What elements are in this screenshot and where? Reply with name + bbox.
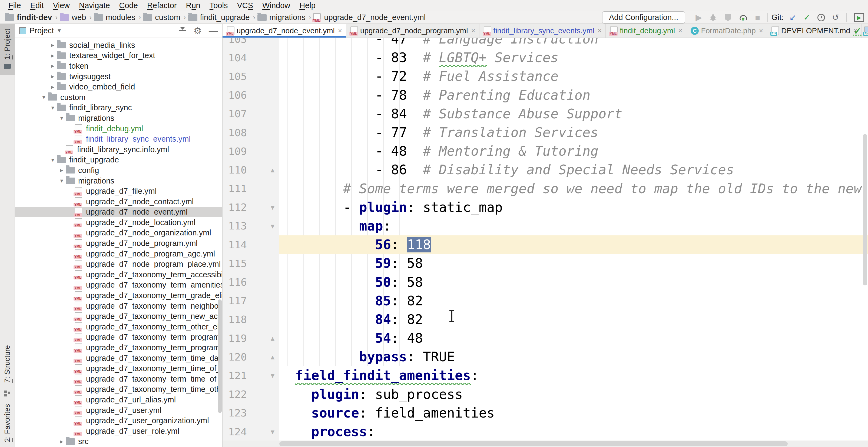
hide-panel-icon[interactable]: — xyxy=(209,26,218,35)
tree-row[interactable]: findit_library_sync_events.yml xyxy=(15,134,222,144)
tree-row[interactable]: upgrade_d7_node_location.yml xyxy=(15,217,222,228)
tab-close-icon[interactable]: × xyxy=(759,27,763,35)
code-line[interactable]: 115 59: 58 xyxy=(222,254,868,273)
tree-row[interactable]: ▾custom xyxy=(15,92,222,103)
code-line[interactable]: 118 84: 82 xyxy=(222,310,868,329)
menu-item-code[interactable]: Code xyxy=(115,1,143,10)
tab-close-icon[interactable]: × xyxy=(598,27,602,35)
code-line[interactable]: 105 - 72 # Fuel Assistance xyxy=(222,67,868,86)
tree-row[interactable]: upgrade_d7_taxonomy_term_amenities.yml xyxy=(15,280,222,290)
code-line[interactable]: 122 plugin: sub_process xyxy=(222,385,868,404)
tree-row[interactable]: ▸twigsuggest xyxy=(15,71,222,82)
tree-row[interactable]: upgrade_d7_taxonomy_term_time_of_day.y xyxy=(15,363,222,374)
breadcrumb-item[interactable]: web xyxy=(60,13,87,22)
stop-icon[interactable]: ■ xyxy=(755,13,760,22)
tree-row[interactable]: upgrade_d7_node_organization.yml xyxy=(15,228,222,238)
hidden-tabs-indicator[interactable]: :▾☰2 xyxy=(862,24,868,38)
menu-item-file[interactable]: File xyxy=(4,1,26,10)
toolwindow-tab-structure[interactable]: 7: Structure xyxy=(0,340,14,388)
menu-item-view[interactable]: View xyxy=(49,1,74,10)
git-history-icon[interactable] xyxy=(817,14,825,21)
menu-item-navigate[interactable]: Navigate xyxy=(74,1,114,10)
code-line[interactable]: 119▴ 54: 48 xyxy=(222,329,868,348)
tree-row[interactable]: upgrade_d7_node_event.yml xyxy=(15,207,222,218)
code-line[interactable]: 112▾ - plugin: static_map xyxy=(222,198,868,217)
editor-vscrollbar[interactable] xyxy=(863,134,867,285)
git-commit-icon[interactable]: ✓ xyxy=(803,13,810,22)
tree-scrollbar[interactable] xyxy=(218,299,222,413)
tree-row[interactable]: upgrade_d7_taxonomy_term_time_day_of_ xyxy=(15,353,222,363)
chevron-collapsed-icon[interactable]: ▸ xyxy=(49,73,57,80)
tree-row[interactable]: ▸textarea_widget_for_text xyxy=(15,51,222,61)
tree-row[interactable]: findit_library_sync.info.yml xyxy=(15,144,222,155)
tab[interactable]: DEVELOPMENT.md× xyxy=(767,24,862,38)
fold-icon[interactable]: ▾ xyxy=(271,222,275,230)
tree-row[interactable]: ▾findit_upgrade xyxy=(15,155,222,165)
tab-close-icon[interactable]: × xyxy=(338,27,342,35)
tree-row[interactable]: findit_debug.yml xyxy=(15,124,222,134)
code-line[interactable]: 106 - 78 # Parenting Education xyxy=(222,86,868,104)
breadcrumb-item[interactable]: findit-dev xyxy=(5,13,53,22)
fold-icon[interactable]: ▴ xyxy=(271,352,275,361)
fold-icon[interactable]: ▴ xyxy=(271,334,275,343)
breadcrumb-item[interactable]: upgrade_d7_node_event.yml xyxy=(313,13,427,22)
menu-item-tools[interactable]: Tools xyxy=(205,1,232,10)
code-line[interactable]: 117 85: 82 xyxy=(222,292,868,310)
tree-row[interactable]: upgrade_d7_node_program_age.yml xyxy=(15,249,222,259)
chevron-expanded-icon[interactable]: ▾ xyxy=(58,177,66,184)
fold-icon[interactable]: ▾ xyxy=(271,427,275,436)
git-update-icon[interactable]: ↙ xyxy=(789,13,796,22)
code-line[interactable]: 121▾ field_findit_amenities: xyxy=(222,366,868,385)
menu-item-window[interactable]: Window xyxy=(258,1,295,10)
fold-icon[interactable]: ▾ xyxy=(271,371,275,380)
chevron-expanded-icon[interactable]: ▾ xyxy=(40,94,48,101)
project-panel-title[interactable]: Project xyxy=(29,26,54,35)
tree-row[interactable]: upgrade_d7_taxonomy_term_time_of_year. xyxy=(15,374,222,384)
tree-row[interactable]: ▸video_embed_field xyxy=(15,82,222,92)
chevron-collapsed-icon[interactable]: ▸ xyxy=(49,62,57,69)
code-line[interactable]: 103 - 47 # Language Instruction xyxy=(222,38,868,49)
chevron-collapsed-icon[interactable]: ▸ xyxy=(49,84,57,91)
breadcrumb-item[interactable]: migrations xyxy=(257,13,307,22)
tree-row[interactable]: ▾migrations xyxy=(15,113,222,124)
tab[interactable]: CFormatDate.php× xyxy=(686,24,767,38)
chevron-collapsed-icon[interactable]: ▸ xyxy=(58,438,66,445)
coverage-icon[interactable] xyxy=(724,13,732,22)
code-line[interactable]: 114 56: 118 xyxy=(222,235,868,254)
tree-row[interactable]: upgrade_d7_user_organization.yml xyxy=(15,415,222,426)
tree-row[interactable]: upgrade_d7_taxonomy_term_neighborhoo xyxy=(15,301,222,311)
tab[interactable]: findit_debug.yml× xyxy=(606,24,686,38)
tree-row[interactable]: upgrade_d7_user_role.yml xyxy=(15,426,222,437)
menu-item-vcs[interactable]: VCS xyxy=(232,1,258,10)
breadcrumb-item[interactable]: custom xyxy=(143,13,181,22)
code-line[interactable]: 107 - 84 # Substance Abuse Support xyxy=(222,104,868,123)
profiler-icon[interactable]: # xyxy=(739,13,748,22)
editor-body[interactable]: 103 - 47 # Language Instruction104 - 83 … xyxy=(222,38,868,447)
tree-row[interactable]: upgrade_d7_file.yml xyxy=(15,186,222,196)
tree-row[interactable]: ▸config xyxy=(15,165,222,175)
tree-row[interactable]: upgrade_d7_taxonomy_term_other_eligibili xyxy=(15,322,222,332)
tree-row[interactable]: ▸social_media_links xyxy=(15,40,222,51)
code-line[interactable]: 109 - 48 # Mentoring & Tutoring xyxy=(222,142,868,161)
tree-row[interactable]: ▸src xyxy=(15,437,222,447)
tree-row[interactable]: upgrade_d7_node_contact.yml xyxy=(15,196,222,207)
breadcrumb-item[interactable]: modules xyxy=(94,13,136,22)
menu-item-edit[interactable]: Edit xyxy=(26,1,49,10)
inspection-status-icon[interactable]: ✓ xyxy=(853,27,862,36)
code-line[interactable]: 123 source: field_amenities xyxy=(222,404,868,422)
tab[interactable]: findit_library_sync_events.yml× xyxy=(479,24,606,38)
breadcrumb-item[interactable]: findit_upgrade xyxy=(188,13,251,22)
code-line[interactable]: 124▾ process: xyxy=(222,422,868,441)
tree-row[interactable]: upgrade_d7_user.yml xyxy=(15,405,222,416)
add-configuration-button[interactable]: Add Configuration... xyxy=(602,11,685,24)
run-icon[interactable]: ▶ xyxy=(695,13,702,22)
code-line[interactable]: 104 - 83 # LGBTQ+ Services xyxy=(222,49,868,67)
fold-icon[interactable]: ▴ xyxy=(271,165,275,174)
settings-gear-icon[interactable]: ⚙ xyxy=(194,26,202,35)
tree-row[interactable]: ▸token xyxy=(15,61,222,71)
code-line[interactable]: 111 # Some terms were merged so we need … xyxy=(222,180,868,198)
tree-row[interactable]: ▾migrations xyxy=(15,175,222,186)
tree-row[interactable]: upgrade_d7_node_program.yml xyxy=(15,238,222,249)
tree-row[interactable]: upgrade_d7_taxonomy_term_time_other.ym xyxy=(15,384,222,395)
code-line[interactable]: 113▾ map: xyxy=(222,217,868,235)
